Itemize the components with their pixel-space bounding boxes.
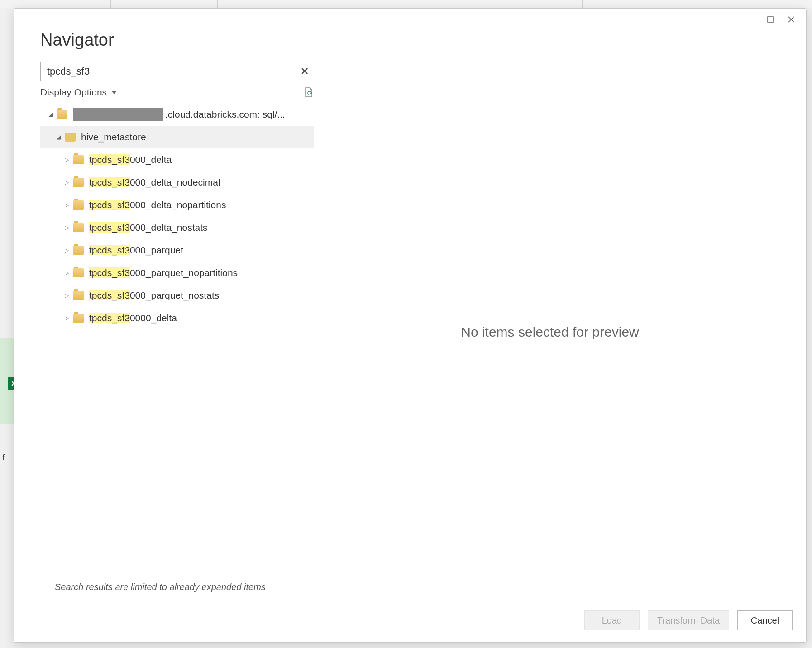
dialog-title: Navigator xyxy=(40,30,806,50)
expand-toggle-icon[interactable]: ▷ xyxy=(63,247,70,253)
match-highlight: tpcds_sf3 xyxy=(89,267,130,278)
tree-node-schema[interactable]: ▷ tpcds_sf3000_delta_nodecimal xyxy=(40,171,314,194)
svg-rect-0 xyxy=(768,17,773,22)
background-char: f xyxy=(2,453,5,462)
folder-icon xyxy=(73,246,84,255)
folder-icon xyxy=(73,155,84,164)
tree-node-schema[interactable]: ▷ tpcds_sf3000_parquet_nopartitions xyxy=(40,262,314,284)
tree-node-schema[interactable]: ▷ tpcds_sf3000_delta xyxy=(40,148,314,171)
close-icon xyxy=(788,16,795,23)
navigator-left-panel: ✕ Display Options xyxy=(40,62,320,602)
cancel-button[interactable]: Cancel xyxy=(737,610,793,630)
redacted-host xyxy=(73,108,163,121)
ribbon-divider xyxy=(110,0,111,8)
tree-node-metastore[interactable]: ◢ hive_metastore xyxy=(40,126,314,148)
folder-icon xyxy=(73,268,84,277)
schema-suffix: 0000_delta xyxy=(130,313,177,323)
schema-suffix: 000_delta_nodecimal xyxy=(130,177,220,187)
search-input[interactable] xyxy=(40,62,314,81)
match-highlight: tpcds_sf3 xyxy=(89,154,130,165)
schema-suffix: 000_delta_nostats xyxy=(130,222,208,233)
match-highlight: tpcds_sf3 xyxy=(89,290,130,300)
folder-icon xyxy=(73,223,84,232)
maximize-button[interactable] xyxy=(760,12,781,27)
collapse-toggle-icon[interactable]: ◢ xyxy=(55,134,62,140)
match-highlight: tpcds_sf3 xyxy=(89,313,130,323)
match-highlight: tpcds_sf3 xyxy=(89,245,130,255)
metastore-label: hive_metastore xyxy=(81,132,146,143)
close-icon: ✕ xyxy=(301,66,309,77)
tree-node-schema[interactable]: ▷ tpcds_sf3000_parquet xyxy=(40,239,314,262)
maximize-icon xyxy=(767,16,774,23)
load-button[interactable]: Load xyxy=(584,610,640,630)
match-highlight: tpcds_sf3 xyxy=(89,200,130,210)
close-button[interactable] xyxy=(781,12,802,27)
expand-toggle-icon[interactable]: ▷ xyxy=(63,224,70,231)
folder-icon xyxy=(73,314,84,323)
match-highlight: tpcds_sf3 xyxy=(89,222,130,233)
tree-node-schema[interactable]: ▷ tpcds_sf3000_delta_nopartitions xyxy=(40,194,314,216)
folder-icon xyxy=(73,291,84,300)
tree-node-schema[interactable]: ▷ tpcds_sf30000_delta xyxy=(40,307,314,329)
expand-toggle-icon[interactable]: ▷ xyxy=(63,202,70,208)
titlebar xyxy=(14,9,806,26)
display-options-dropdown[interactable]: Display Options xyxy=(40,87,117,98)
background-ribbon xyxy=(0,0,812,8)
database-icon xyxy=(65,133,76,142)
ribbon-divider xyxy=(217,0,218,8)
expand-toggle-icon[interactable]: ▷ xyxy=(63,315,70,321)
navigator-dialog: Navigator ✕ Display Options xyxy=(14,8,807,643)
schema-suffix: 000_delta_nopartitions xyxy=(130,200,226,210)
display-options-label: Display Options xyxy=(40,87,107,98)
connection-suffix: .cloud.databricks.com: sql/... xyxy=(165,109,285,120)
preview-panel: No items selected for preview xyxy=(320,62,780,602)
ribbon-divider xyxy=(582,0,583,8)
expand-toggle-icon[interactable]: ▷ xyxy=(63,292,70,299)
preview-empty-text: No items selected for preview xyxy=(461,324,639,340)
tree-root-connection[interactable]: ◢ .cloud.databricks.com: sql/... xyxy=(40,103,314,126)
navigator-tree: ◢ .cloud.databricks.com: sql/... ◢ hive_… xyxy=(40,101,314,573)
expand-toggle-icon[interactable]: ▷ xyxy=(63,270,70,276)
folder-icon xyxy=(73,178,84,187)
clear-search-button[interactable]: ✕ xyxy=(299,66,310,77)
tree-node-schema[interactable]: ▷ tpcds_sf3000_delta_nostats xyxy=(40,216,314,239)
folder-icon xyxy=(73,200,84,210)
refresh-document-icon xyxy=(303,87,314,98)
dialog-footer: Load Transform Data Cancel xyxy=(14,602,806,642)
tree-node-schema[interactable]: ▷ tpcds_sf3000_parquet_nostats xyxy=(40,284,314,307)
chevron-down-icon xyxy=(111,91,117,94)
collapse-toggle-icon[interactable]: ◢ xyxy=(47,111,54,118)
expand-toggle-icon[interactable]: ▷ xyxy=(63,157,70,163)
transform-data-button[interactable]: Transform Data xyxy=(648,610,729,630)
folder-icon xyxy=(57,110,67,119)
refresh-button[interactable] xyxy=(303,87,314,98)
match-highlight: tpcds_sf3 xyxy=(89,177,130,187)
expand-toggle-icon[interactable]: ▷ xyxy=(63,179,70,186)
schema-suffix: 000_parquet_nostats xyxy=(130,290,219,300)
schema-suffix: 000_parquet_nopartitions xyxy=(130,267,238,278)
search-note: Search results are limited to already ex… xyxy=(40,573,314,602)
ribbon-divider xyxy=(460,0,460,8)
schema-suffix: 000_delta xyxy=(130,154,172,165)
ribbon-divider xyxy=(339,0,339,8)
schema-suffix: 000_parquet xyxy=(130,245,183,255)
